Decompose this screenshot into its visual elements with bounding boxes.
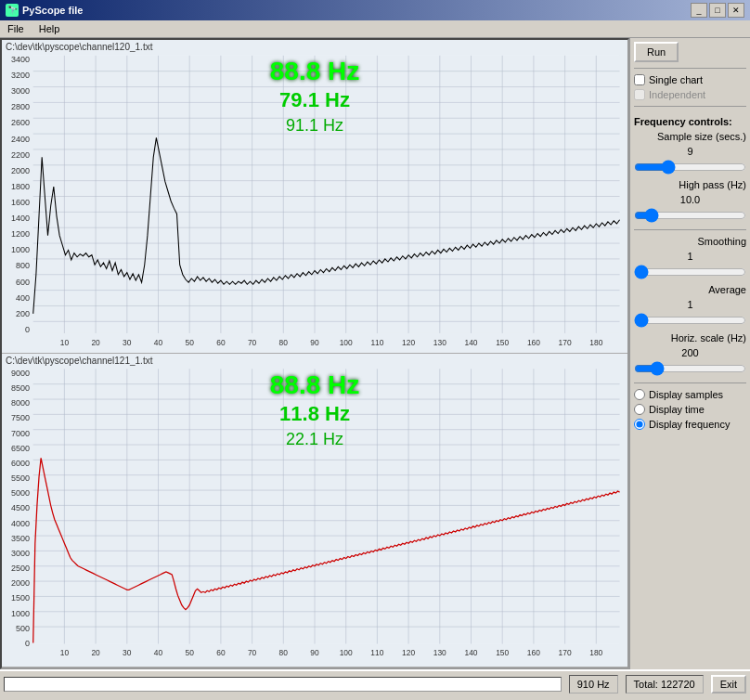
chart1-freq-tertiary: 91.1 Hz (286, 116, 343, 136)
svg-text:60: 60 (216, 338, 226, 347)
sample-size-value: 9 (634, 146, 746, 157)
main-content: C:\dev\tk\pyscope\channel120_1.txt 88.8 … (0, 38, 750, 669)
horiz-scale-slider-container (634, 362, 746, 377)
svg-text:90: 90 (310, 338, 319, 347)
maximize-button[interactable]: □ (709, 3, 726, 18)
divider2 (634, 106, 746, 107)
svg-text:110: 110 (370, 338, 383, 347)
svg-text:90: 90 (310, 648, 319, 657)
display-time-label: Display time (649, 404, 705, 415)
average-slider[interactable] (634, 314, 746, 327)
horiz-scale-value: 200 (634, 347, 746, 358)
svg-text:110: 110 (370, 648, 383, 657)
high-pass-label: High pass (Hz) (634, 179, 746, 190)
svg-text:40: 40 (154, 338, 163, 347)
smoothing-slider[interactable] (634, 266, 746, 279)
status-scrollbar[interactable] (4, 677, 562, 692)
single-chart-checkbox[interactable] (634, 74, 645, 85)
chart1-freq-main: 88.8 Hz (270, 57, 360, 86)
svg-text:100: 100 (340, 338, 353, 347)
independent-label: Independent (649, 89, 705, 100)
average-slider-container (634, 314, 746, 329)
svg-text:40: 40 (154, 648, 163, 657)
smoothing-label: Smoothing (634, 236, 746, 247)
high-pass-slider-container (634, 209, 746, 224)
svg-text:70: 70 (248, 648, 257, 657)
chart2-title: C:\dev\tk\pyscope\channel121_1.txt (6, 356, 152, 366)
title-buttons: _ □ ✕ (691, 3, 744, 18)
svg-text:170: 170 (559, 338, 572, 347)
menu-help[interactable]: Help (35, 22, 64, 35)
chart1-container: C:\dev\tk\pyscope\channel120_1.txt 88.8 … (2, 40, 627, 354)
smoothing-slider-container (634, 266, 746, 280)
chart1-svg: 10 20 30 40 50 60 70 80 90 100 110 120 1… (2, 40, 627, 353)
display-time-radio[interactable] (634, 404, 645, 415)
svg-text:150: 150 (496, 648, 509, 657)
chart2-freq-secondary: 11.8 Hz (279, 402, 350, 426)
average-label: Average (634, 284, 746, 295)
independent-checkbox[interactable] (634, 89, 645, 100)
high-pass-value: 10.0 (634, 194, 746, 205)
exit-button[interactable]: Exit (711, 675, 746, 694)
chart2-y-axis: 9000 8500 8000 7500 7000 6500 6000 5500 … (2, 369, 32, 648)
svg-text:20: 20 (91, 338, 100, 347)
svg-text:30: 30 (123, 648, 132, 657)
svg-text:170: 170 (559, 648, 572, 657)
chart2-container: C:\dev\tk\pyscope\channel121_1.txt 88.8 … (2, 354, 627, 668)
divider3 (634, 229, 746, 230)
run-button[interactable]: Run (634, 42, 679, 62)
svg-text:160: 160 (527, 338, 540, 347)
svg-text:150: 150 (496, 338, 509, 347)
svg-text:10: 10 (60, 648, 70, 657)
total-label: Total: 122720 (626, 675, 704, 694)
svg-text:60: 60 (216, 648, 226, 657)
svg-text:50: 50 (186, 338, 195, 347)
display-samples-radio[interactable] (634, 389, 645, 400)
title-bar: 🔭 PyScope file _ □ ✕ (0, 0, 750, 20)
svg-text:120: 120 (402, 338, 415, 347)
svg-text:130: 130 (433, 648, 446, 657)
display-samples-label: Display samples (649, 389, 723, 400)
menu-bar: File Help (0, 20, 750, 38)
chart2-freq-main: 88.8 Hz (270, 370, 360, 400)
svg-text:100: 100 (340, 648, 353, 657)
svg-text:130: 130 (433, 338, 446, 347)
svg-text:30: 30 (123, 338, 132, 347)
chart1-title: C:\dev\tk\pyscope\channel120_1.txt (6, 42, 152, 52)
display-frequency-label: Display frequency (649, 419, 730, 430)
chart1-freq-secondary: 79.1 Hz (279, 88, 350, 112)
divider4 (634, 382, 746, 383)
display-samples-row: Display samples (634, 389, 746, 400)
menu-file[interactable]: File (4, 22, 28, 35)
horiz-scale-slider[interactable] (634, 362, 746, 375)
display-time-row: Display time (634, 404, 746, 415)
svg-text:140: 140 (464, 338, 477, 347)
smoothing-value: 1 (634, 251, 746, 262)
svg-text:80: 80 (279, 648, 289, 657)
svg-text:80: 80 (279, 338, 289, 347)
status-bar: 910 Hz Total: 122720 Exit (0, 669, 750, 697)
independent-row: Independent (634, 89, 746, 100)
svg-text:140: 140 (464, 648, 477, 657)
close-button[interactable]: ✕ (728, 3, 744, 18)
sample-size-slider-container (634, 161, 746, 175)
sample-size-slider[interactable] (634, 161, 746, 174)
title-bar-left: 🔭 PyScope file (6, 4, 83, 17)
svg-text:180: 180 (589, 648, 602, 657)
freq-controls-label: Frequency controls: (634, 116, 746, 127)
single-chart-row: Single chart (634, 74, 746, 85)
sample-size-label: Sample size (secs.) (634, 131, 746, 142)
single-chart-label: Single chart (649, 74, 703, 85)
right-panel: Run Single chart Independent Frequency c… (629, 38, 750, 669)
svg-text:50: 50 (186, 648, 195, 657)
display-frequency-radio[interactable] (634, 419, 645, 430)
chart2-svg: 10 20 30 40 50 60 70 80 90 100 110 120 1… (2, 354, 627, 667)
high-pass-slider[interactable] (634, 209, 746, 222)
divider1 (634, 68, 746, 69)
horiz-scale-label: Horiz. scale (Hz) (634, 332, 746, 344)
display-frequency-row: Display frequency (634, 419, 746, 430)
minimize-button[interactable]: _ (691, 3, 707, 18)
app-icon: 🔭 (6, 4, 19, 17)
svg-text:10: 10 (60, 338, 70, 347)
average-value: 1 (634, 299, 746, 310)
